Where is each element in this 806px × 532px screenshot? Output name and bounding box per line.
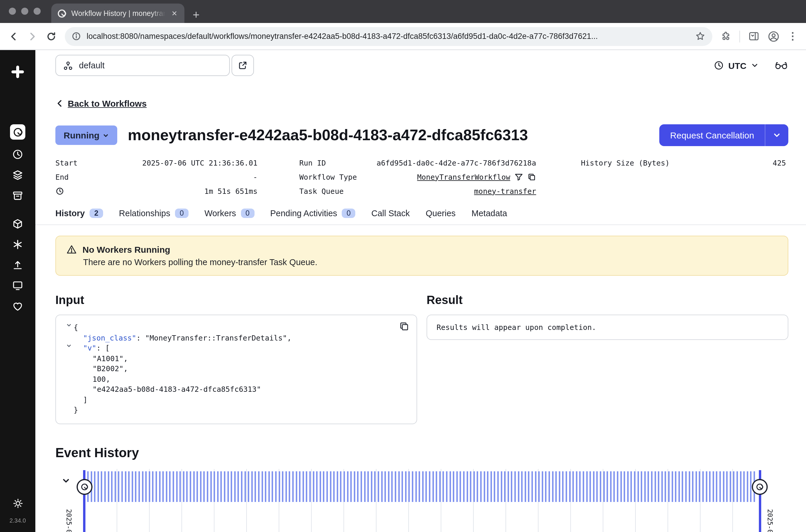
timezone-selector[interactable]: UTC: [713, 60, 759, 71]
sidebar-item-asterisk[interactable]: [12, 239, 23, 250]
timezone-label: UTC: [728, 60, 747, 71]
tab-pending-activities[interactable]: Pending Activities0: [270, 209, 355, 218]
workflow-type-link[interactable]: MoneyTransferWorkflow: [417, 172, 510, 181]
url-text: localhost:8080/namespaces/default/workfl…: [87, 32, 689, 41]
cancellation-menu-button[interactable]: [765, 124, 788, 146]
sidebar-nav-top: [10, 124, 25, 202]
sidebar-item-stack[interactable]: [12, 169, 23, 181]
collapse-chevron-icon[interactable]: [64, 322, 74, 332]
sidebar-item-workflows[interactable]: [10, 124, 25, 140]
tab-call-stack[interactable]: Call Stack: [371, 209, 410, 218]
input-result-row: Input { "json_class": "MoneyTransfer::Tr…: [55, 293, 788, 424]
chevron-left-icon: [55, 99, 64, 108]
back-icon[interactable]: [8, 31, 19, 41]
forward-icon[interactable]: [27, 31, 38, 41]
timeline-end-timestamp: 2025-07-06 UTC 2: [766, 509, 774, 532]
tab-metadata[interactable]: Metadata: [472, 209, 507, 218]
task-queue-link[interactable]: money-transfer: [474, 187, 536, 195]
tab-relationships[interactable]: Relationships0: [119, 209, 189, 218]
event-history-heading: Event History: [55, 445, 788, 460]
bookmark-star-icon[interactable]: [695, 31, 705, 41]
request-cancellation-group: Request Cancellation: [659, 124, 788, 146]
result-box: Results will appear upon completion.: [426, 315, 788, 340]
timeline-event-ticks: [87, 471, 756, 502]
duration-clock-icon: [55, 187, 64, 195]
detail-history-size: History Size (Bytes) 425: [581, 155, 786, 170]
copy-icon[interactable]: [527, 172, 536, 181]
tab-workers[interactable]: Workers0: [205, 209, 254, 218]
input-json-box: { "json_class": "MoneyTransfer::Transfer…: [55, 315, 417, 424]
workflow-tabs: History2 Relationships0 Workers0 Pending…: [55, 209, 788, 218]
workflow-page: Back to Workflows Running moneytransfer-…: [35, 76, 806, 532]
status-indicator-icon: [102, 132, 109, 138]
chevron-down-icon: [751, 61, 759, 70]
theme-toggle-sun-icon[interactable]: [12, 498, 23, 509]
collapse-chevron-icon[interactable]: [64, 343, 74, 353]
tab-relationships-count: 0: [175, 209, 189, 218]
sidebar-footer: 2.34.0: [9, 498, 26, 524]
window-close-button[interactable]: [9, 8, 16, 15]
browser-toolbar: localhost:8080/namespaces/default/workfl…: [0, 23, 806, 50]
url-bar[interactable]: localhost:8080/namespaces/default/workfl…: [65, 27, 712, 46]
app: 2.34.0 default UTC: [0, 50, 806, 532]
filter-icon[interactable]: [514, 172, 523, 181]
result-message: Results will appear upon completion.: [437, 323, 596, 332]
detail-end: End -: [55, 170, 257, 184]
result-heading: Result: [426, 293, 788, 307]
event-history-timeline: 2025-07-06 UTC 2 2025-07-06 UTC 2 5s 11s…: [55, 466, 788, 532]
browser-tab-strip: Workflow History | moneytran ✕ +: [0, 0, 806, 23]
result-column: Result Results will appear upon completi…: [426, 293, 788, 424]
sidebar-item-feedback[interactable]: [12, 301, 23, 312]
detail-duration: 1m 51s 651ms: [55, 184, 257, 198]
tab-queries[interactable]: Queries: [426, 209, 456, 218]
sidebar-item-schedules[interactable]: [12, 149, 23, 160]
workflow-title: moneytransfer-e4242aa5-b08d-4183-a472-df…: [128, 126, 528, 144]
timeline-start-timestamp: 2025-07-06 UTC 2: [65, 509, 73, 532]
sidebar-item-cube[interactable]: [12, 218, 23, 230]
warning-icon: [66, 245, 77, 254]
sidebar: 2.34.0: [0, 50, 35, 532]
window-minimize-button[interactable]: [21, 8, 28, 15]
workflow-header: Running moneytransfer-e4242aa5-b08d-4183…: [55, 124, 788, 146]
detail-run-id: Run ID a6fd95d1-da0c-4d2e-a77c-786f3d762…: [299, 155, 536, 170]
detail-start: Start 2025-07-06 UTC 21:36:36.01: [55, 155, 257, 170]
main-area: default UTC: [35, 50, 806, 532]
profile-icon[interactable]: [768, 30, 780, 42]
window-zoom-button[interactable]: [34, 8, 41, 15]
tab-workers-count: 0: [241, 209, 254, 218]
warning-message: There are no Workers polling the money-t…: [83, 258, 777, 267]
screen: Workflow History | moneytran ✕ + localho…: [0, 0, 806, 532]
workflow-start-marker[interactable]: [77, 479, 93, 495]
warning-title: No Workers Running: [82, 245, 170, 254]
browser-tab[interactable]: Workflow History | moneytran ✕: [51, 3, 185, 23]
labs-glasses-icon[interactable]: [774, 60, 788, 71]
tab-history[interactable]: History2: [55, 209, 103, 218]
topbar-right: UTC: [713, 60, 788, 71]
sidebar-nav-bottom: [12, 218, 23, 312]
namespace-selector[interactable]: default: [55, 55, 230, 76]
temporal-logo[interactable]: [10, 64, 25, 79]
new-tab-button[interactable]: +: [193, 9, 199, 21]
workflow-details: Start 2025-07-06 UTC 21:36:36.01 End - 1…: [55, 155, 788, 198]
window-controls[interactable]: [9, 8, 41, 15]
temporal-favicon-icon: [57, 8, 66, 18]
back-to-workflows-link[interactable]: Back to Workflows: [55, 98, 147, 109]
site-info-icon[interactable]: [72, 32, 81, 41]
copy-icon[interactable]: [399, 321, 409, 332]
tab-title: Workflow History | moneytran: [71, 9, 166, 17]
sidebar-item-archive[interactable]: [12, 190, 23, 202]
toolbar-divider: [740, 30, 740, 42]
extensions-icon[interactable]: [721, 31, 731, 41]
timeline-collapse-chevron-icon[interactable]: [61, 476, 71, 485]
menu-icon[interactable]: ⋮: [788, 30, 798, 42]
namespace-external-link-button[interactable]: [232, 55, 254, 76]
request-cancellation-button[interactable]: Request Cancellation: [659, 124, 765, 146]
namespace-bar: default UTC: [35, 50, 806, 76]
reload-icon[interactable]: [46, 31, 57, 41]
tab-close-icon[interactable]: ✕: [170, 9, 178, 17]
sidebar-item-monitor[interactable]: [12, 280, 23, 292]
input-column: Input { "json_class": "MoneyTransfer::Tr…: [55, 293, 417, 424]
sidebar-item-upload[interactable]: [12, 259, 23, 271]
workflow-end-marker[interactable]: [752, 479, 768, 495]
side-panel-icon[interactable]: [748, 31, 760, 42]
